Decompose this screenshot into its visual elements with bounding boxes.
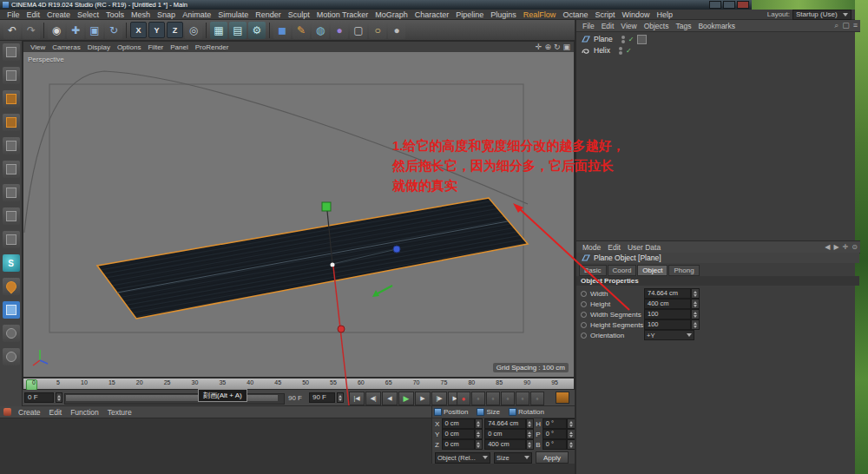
- size-x-field[interactable]: 74.664 cm: [484, 418, 526, 429]
- undo-icon[interactable]: ↶: [3, 22, 21, 39]
- record-keyframe-button[interactable]: ●: [457, 392, 470, 405]
- visibility-dots-icon[interactable]: [621, 36, 625, 43]
- anim-dot-icon[interactable]: [581, 291, 587, 297]
- om-menu-objects[interactable]: Objects: [641, 22, 673, 30]
- toggle-view-icon[interactable]: ▣: [562, 43, 570, 51]
- end-frame-stepper[interactable]: [337, 392, 344, 403]
- texture-mode-icon[interactable]: [3, 90, 20, 108]
- vp-menu-view[interactable]: View: [27, 43, 49, 51]
- menu-icon[interactable]: ≡: [853, 21, 858, 30]
- am-menu-mode[interactable]: Mode: [579, 243, 604, 252]
- tab-object[interactable]: Object: [637, 265, 667, 276]
- add-material-icon[interactable]: ●: [388, 22, 405, 39]
- add-camera-icon[interactable]: ▢: [350, 22, 367, 39]
- anim-dot-icon[interactable]: [581, 322, 587, 328]
- keyframe-selection-icon[interactable]: [556, 392, 569, 404]
- add-generator-icon[interactable]: ◍: [312, 22, 329, 39]
- move-tool-icon[interactable]: ✚: [67, 22, 84, 39]
- menu-animate[interactable]: Animate: [179, 10, 214, 19]
- timeline-scrollbar[interactable]: [64, 393, 285, 405]
- rotate-tool-icon[interactable]: ↻: [105, 22, 122, 39]
- anim-dot-icon[interactable]: [581, 312, 587, 318]
- workplane-mode-icon[interactable]: [3, 114, 20, 131]
- orientation-dropdown[interactable]: +Y: [644, 330, 694, 340]
- vp-menu-options[interactable]: Options: [114, 43, 145, 51]
- menu-mesh[interactable]: Mesh: [128, 10, 154, 19]
- height-segments-stepper[interactable]: [691, 319, 700, 330]
- om-menu-edit[interactable]: Edit: [598, 22, 618, 30]
- position-z-stepper[interactable]: [475, 439, 483, 450]
- position-z-field[interactable]: 0 cm: [442, 439, 475, 450]
- mat-menu-texture[interactable]: Texture: [104, 408, 135, 417]
- render-view-icon[interactable]: ▦: [210, 22, 227, 39]
- timeline-ruler[interactable]: 05 1015 2025 3035 4045 5055 6065 7075 80…: [23, 378, 575, 390]
- add-deformer-icon[interactable]: ●: [331, 22, 348, 39]
- next-frame-button[interactable]: ▶: [415, 392, 431, 405]
- redo-icon[interactable]: ↷: [23, 22, 40, 39]
- previous-key-button[interactable]: ◀|: [365, 392, 381, 405]
- size-z-stepper[interactable]: [526, 439, 535, 450]
- size-x-stepper[interactable]: [526, 418, 535, 429]
- polygons-mode-icon[interactable]: [3, 184, 20, 201]
- end-frame-field[interactable]: 90 F: [309, 392, 335, 403]
- next-key-button[interactable]: |▶: [431, 392, 447, 405]
- menu-motion-tracker[interactable]: Motion Tracker: [313, 10, 372, 19]
- width-segments-stepper[interactable]: [691, 309, 700, 319]
- live-selection-icon[interactable]: ◉: [48, 22, 65, 39]
- menu-pipeline[interactable]: Pipeline: [452, 10, 487, 19]
- om-menu-bookmarks[interactable]: Bookmarks: [694, 22, 739, 30]
- anim-dot-icon[interactable]: [581, 301, 587, 307]
- visibility-dots-icon[interactable]: [619, 47, 622, 55]
- make-editable-icon[interactable]: [3, 43, 20, 61]
- om-menu-view[interactable]: View: [617, 22, 640, 30]
- goto-start-button[interactable]: |◀: [349, 392, 365, 405]
- rotation-p-field[interactable]: 0 °: [542, 429, 568, 439]
- enable-snap-icon[interactable]: [3, 301, 20, 319]
- tool-option-2-icon[interactable]: [3, 348, 20, 365]
- coordinate-system-icon[interactable]: ◎: [185, 22, 202, 39]
- scale-tool-icon[interactable]: ▣: [86, 22, 103, 39]
- camera-icon[interactable]: ▢: [842, 21, 850, 30]
- viewport-perspective[interactable]: View Cameras Display Options Filter Pane…: [23, 41, 575, 378]
- mat-menu-create[interactable]: Create: [15, 408, 44, 417]
- key-parameter-toggle[interactable]: ◦: [530, 392, 544, 405]
- maximize-button[interactable]: [723, 1, 735, 9]
- am-menu-userdata[interactable]: User Data: [624, 243, 664, 252]
- om-menu-file[interactable]: File: [579, 22, 598, 30]
- points-mode-icon[interactable]: [3, 137, 20, 155]
- object-row-helix[interactable]: Helix ✓: [576, 45, 859, 56]
- key-rotation-toggle[interactable]: ◦: [516, 392, 529, 405]
- menu-file[interactable]: File: [3, 10, 23, 19]
- lock-y-button[interactable]: Y: [148, 22, 165, 38]
- position-x-field[interactable]: 0 cm: [442, 418, 475, 429]
- position-y-field[interactable]: 0 cm: [442, 429, 475, 439]
- history-back-icon[interactable]: ◀: [825, 243, 830, 251]
- apply-button[interactable]: Apply: [536, 451, 569, 464]
- menu-edit[interactable]: Edit: [23, 10, 44, 19]
- size-z-field[interactable]: 400 cm: [484, 439, 526, 450]
- model-mode-icon[interactable]: [3, 67, 20, 84]
- rotation-h-field[interactable]: 0 °: [542, 418, 568, 429]
- enabled-check-icon[interactable]: ✓: [628, 36, 635, 43]
- pan-view-icon[interactable]: ✛: [536, 43, 542, 51]
- lock-icon[interactable]: ⊙: [852, 243, 858, 251]
- size-mode-dropdown[interactable]: Size: [494, 452, 532, 464]
- viewport-solo-icon[interactable]: [3, 231, 20, 248]
- menu-mograph[interactable]: MoGraph: [372, 10, 411, 19]
- anim-dot-icon[interactable]: [581, 332, 587, 339]
- menu-window[interactable]: Window: [618, 10, 653, 19]
- add-spline-icon[interactable]: ✎: [293, 22, 310, 39]
- layout-dropdown[interactable]: Startup (Use): [792, 10, 852, 20]
- vp-menu-prorender[interactable]: ProRender: [192, 43, 233, 51]
- lock-x-button[interactable]: X: [130, 22, 147, 38]
- minimize-button[interactable]: [709, 1, 721, 9]
- render-picture-viewer-icon[interactable]: ▤: [229, 22, 247, 39]
- height-field[interactable]: 400 cm: [644, 299, 691, 309]
- width-field[interactable]: 74.664 cm: [644, 288, 691, 299]
- height-stepper[interactable]: [691, 299, 700, 309]
- menu-realflow[interactable]: RealFlow: [520, 10, 560, 19]
- menu-snap[interactable]: Snap: [154, 10, 179, 19]
- menu-sculpt[interactable]: Sculpt: [285, 10, 313, 19]
- pin-icon[interactable]: ✛: [843, 243, 849, 251]
- menu-tools[interactable]: Tools: [102, 10, 128, 19]
